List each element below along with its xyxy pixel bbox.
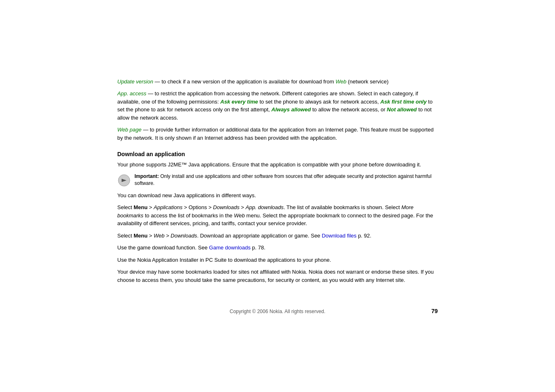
p6-menu: Menu	[134, 204, 147, 210]
always-allowed-label: Always allowed	[272, 106, 311, 113]
page-number: 79	[431, 308, 438, 314]
not-allowed-label: Not allowed	[387, 106, 417, 113]
p6-sep4: >	[240, 204, 246, 210]
p6-text3: to access the list of bookmarks in the	[143, 212, 234, 219]
p6-options: Options	[189, 204, 207, 210]
p7-text2: . Download an appropriate application or…	[197, 233, 322, 239]
page-content: Update version — to check if a new versi…	[117, 61, 438, 331]
p7-menu: Menu	[134, 233, 147, 239]
paragraph-update-version: Update version — to check if a new versi…	[117, 78, 438, 86]
p6-downloads: Downloads	[213, 204, 240, 210]
app-access-label: App. access	[117, 90, 147, 97]
paragraph-menu-web: Select Menu > Web > Downloads. Download …	[117, 232, 438, 240]
paragraph-web-page: Web page — to provide further informatio…	[117, 126, 438, 142]
paragraph-game-downloads: Use the game download function. See Game…	[117, 244, 438, 252]
p7-text3: p. 92.	[357, 233, 371, 239]
p7-downloads: Downloads	[170, 233, 197, 239]
p6-applications: Applications	[154, 204, 182, 210]
section-heading-download: Download an application	[117, 151, 438, 157]
p7-download-link[interactable]: Download files	[322, 233, 357, 239]
app-access-text4: to allow the network access, or	[311, 106, 387, 113]
footer-copyright: Copyright © 2006 Nokia. All rights reser…	[230, 309, 325, 314]
app-access-text2: to set the phone to always ask for netwo…	[258, 99, 380, 105]
important-bold-label: Important:	[135, 173, 159, 179]
p6-sep2: >	[182, 204, 189, 210]
paragraph-bookmarks-warning: Your device may have some bookmarks load…	[117, 268, 438, 284]
update-version-label: Update version	[117, 78, 153, 85]
update-version-text1: — to check if a new version of the appli…	[153, 78, 336, 85]
p7-sep1: >	[147, 233, 154, 239]
web-label-1: Web	[336, 78, 347, 85]
p7-text1: Select	[117, 233, 134, 239]
p6-sep1: >	[147, 204, 154, 210]
page-footer: Copyright © 2006 Nokia. All rights reser…	[117, 309, 438, 314]
p7-web: Web	[154, 233, 165, 239]
important-body-text: Only install and use applications and ot…	[135, 173, 432, 186]
ask-every-label: Ask every time	[220, 99, 258, 105]
web-page-label: Web page	[117, 127, 142, 133]
p8-text1: Use the game download function. See	[117, 244, 209, 251]
important-text: Important: Only install and use applicat…	[135, 173, 438, 187]
paragraph-j2me: Your phone supports J2ME™ Java applicati…	[117, 161, 438, 169]
p8-game-link[interactable]: Game downloads	[209, 244, 251, 251]
important-notice-box: Important: Only install and use applicat…	[117, 173, 438, 187]
p6-app-downloads: App. downloads	[246, 204, 284, 210]
p7-sep2: >	[165, 233, 171, 239]
paragraph-menu-applications: Select Menu > Applications > Options > D…	[117, 203, 438, 228]
ask-first-label: Ask first time only	[380, 99, 427, 105]
p6-text2: . The list of available bookmarks is sho…	[283, 204, 401, 210]
paragraph-pc-suite: Use the Nokia Application Installer in P…	[117, 256, 438, 264]
important-icon	[117, 174, 131, 187]
paragraph-app-access: App. access — to restrict the applicatio…	[117, 90, 438, 122]
update-version-text2: (network service)	[346, 78, 389, 85]
p6-sep3: >	[207, 204, 213, 210]
p6-web: Web	[234, 212, 245, 219]
p8-text2: p. 78.	[251, 244, 265, 251]
paragraph-different-ways: You can download new Java applications i…	[117, 191, 438, 200]
p6-text1: Select	[117, 204, 134, 210]
web-page-text: — to provide further information or addi…	[117, 127, 434, 141]
